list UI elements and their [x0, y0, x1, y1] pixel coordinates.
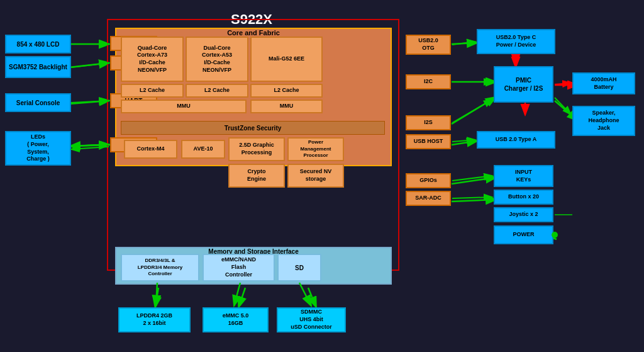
svg-line-10 — [452, 200, 495, 202]
diagram: S922X Core and Fabric Memory and Storage… — [0, 0, 644, 352]
ddr-controller-box: DDR3/4/3L &LPDDR3/4 MemoryController — [121, 254, 199, 281]
lcd-box: 854 x 480 LCD — [5, 35, 71, 54]
svg-line-24 — [71, 63, 109, 67]
svg-line-38 — [156, 283, 157, 306]
svg-line-7 — [452, 98, 495, 124]
sdmmc-box: SDMMCUHS 4bituSD Connector — [277, 307, 346, 332]
svg-line-25 — [71, 101, 109, 103]
mmu1-box: MMU — [121, 99, 247, 113]
svg-line-31 — [452, 140, 475, 142]
svg-line-32 — [452, 176, 492, 181]
svg-line-4 — [71, 145, 110, 146]
graphic-processing-box: 2.5D GraphicProcessing — [228, 137, 285, 161]
svg-line-40 — [299, 283, 311, 306]
svg-line-27 — [71, 144, 109, 146]
quad-core-box: Quad-CoreCortex-A73I/D-CacheNEON/VFP — [121, 37, 184, 82]
crypto-engine-box: CryptoEngine — [228, 164, 285, 188]
l2-cache2-box: L2 Cache — [186, 84, 248, 98]
svg-line-8 — [452, 141, 476, 145]
svg-line-16 — [239, 288, 245, 306]
button20-box: Button x 20 — [494, 190, 553, 205]
backlight-box: SGM3752 Backlight — [5, 56, 71, 78]
svg-line-17 — [308, 288, 316, 306]
svg-line-39 — [234, 283, 240, 306]
svg-line-15 — [155, 288, 158, 306]
svg-line-28 — [452, 42, 475, 45]
speaker-box: Speaker,HeadphoneJack — [572, 106, 635, 136]
svg-line-3 — [69, 145, 108, 146]
cortex-m4-box: Cortex-M4 — [124, 140, 177, 159]
svg-line-1 — [69, 63, 108, 67]
joystick2-box: Joystic x 2 — [494, 207, 553, 222]
leds-box: LEDs( Power,System,Charge ) — [5, 131, 71, 166]
usb-typea-box: USB 2.0 Type A — [477, 131, 555, 149]
svg-line-33 — [452, 197, 492, 198]
svg-line-26 — [71, 147, 109, 149]
serial-console-box: Serial Console — [5, 93, 71, 112]
secured-nv-box: Secured NVstorage — [287, 164, 344, 188]
trustzone-band: TrustZone Security — [121, 121, 385, 135]
usb-host-box: USB HOST — [406, 134, 451, 149]
svg-line-9 — [452, 178, 495, 184]
svg-line-30 — [452, 99, 492, 123]
mmu2-box: MMU — [250, 99, 323, 113]
pmic-box: PMICCharger / I2S — [494, 66, 553, 103]
gpios-right-box: GPIOs — [406, 173, 451, 188]
ave10-box: AVE-10 — [181, 140, 225, 159]
core-fabric-title: Core and Fabric — [115, 28, 392, 37]
mali-box: Mali-G52 6EE — [250, 37, 323, 82]
i2c-box: I2C — [406, 74, 451, 89]
i2s-box: I2S — [406, 115, 451, 130]
dual-core-box: Dual-CoreCortex-A53I/D-CacheNEON/VFP — [186, 37, 248, 82]
lpddr4-box: LPDDR4 2GB2 x 16bit — [118, 307, 191, 332]
svg-line-37 — [555, 98, 571, 115]
svg-line-2 — [69, 101, 108, 104]
power-box: POWER — [494, 225, 553, 244]
svg-line-5 — [452, 43, 476, 44]
usb-typec-box: USB2.0 Type CPower / Device — [477, 29, 555, 54]
emmc-controller-box: eMMC/NANDFlashController — [203, 254, 275, 281]
svg-line-36 — [555, 83, 571, 84]
usb2-otg-box: USB2.0OTG — [406, 35, 451, 55]
sd-box: SD — [277, 254, 321, 281]
power-mgmt-box: PowerManagementProcessor — [287, 137, 344, 161]
l2-cache3-box: L2 Cache — [250, 84, 323, 98]
l2-cache1-box: L2 Cache — [121, 84, 184, 98]
sar-adc-box: SAR-ADC — [406, 191, 451, 206]
emmc-box: eMMC 5.016GB — [203, 307, 269, 332]
battery-box: 4000mAHBattery — [572, 72, 635, 94]
input-keys-box: INPUTKEYs — [494, 165, 553, 187]
